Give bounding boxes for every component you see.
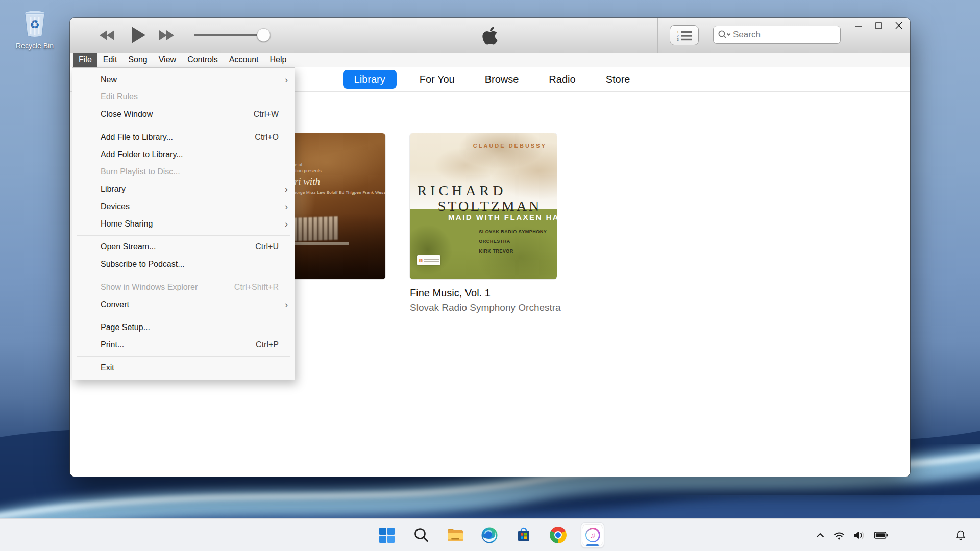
menu-item-close-window[interactable]: Close WindowCtrl+W xyxy=(72,106,295,123)
tab-radio[interactable]: Radio xyxy=(542,70,582,89)
menu-item-home-sharing[interactable]: Home Sharing› xyxy=(72,215,295,233)
tab-library[interactable]: Library xyxy=(343,70,397,89)
menu-item-convert[interactable]: Convert› xyxy=(72,296,295,313)
submenu-chevron-icon: › xyxy=(279,75,288,84)
wifi-icon[interactable] xyxy=(833,530,845,541)
cover-album-banner: MAID WITH FLAXEN HAIR xyxy=(448,213,557,221)
menu-item-new[interactable]: New› xyxy=(72,71,295,88)
maximize-button[interactable] xyxy=(871,19,886,32)
start-icon xyxy=(379,527,395,543)
search-input[interactable] xyxy=(732,29,836,40)
svg-text:3: 3 xyxy=(677,38,679,41)
menu-item-print[interactable]: Print...Ctrl+P xyxy=(72,336,295,354)
titlebar-divider xyxy=(323,18,323,53)
album-artist[interactable]: Slovak Radio Symphony Orchestra xyxy=(410,302,561,313)
menu-item-devices[interactable]: Devices› xyxy=(72,198,295,215)
menu-separator xyxy=(77,276,290,276)
chrome-icon xyxy=(550,527,567,543)
svg-text:1: 1 xyxy=(677,30,679,34)
menu-separator xyxy=(77,316,290,316)
menu-view[interactable]: View xyxy=(153,53,182,67)
up-next-list-button[interactable]: 123 xyxy=(670,25,699,45)
menubar: File Edit Song View Controls Account Hel… xyxy=(70,53,910,67)
cover-performer-first: RICHARD xyxy=(417,183,506,199)
taskbar-search-button[interactable] xyxy=(410,523,432,547)
chrome-button[interactable] xyxy=(547,523,569,547)
album-caption: Fine Music, Vol. 1 Slovak Radio Symphony… xyxy=(410,287,561,313)
close-button[interactable] xyxy=(892,19,906,32)
itunes-icon: ♫ xyxy=(582,524,603,546)
svg-text:2: 2 xyxy=(677,34,679,38)
submenu-chevron-icon: › xyxy=(279,219,288,229)
album-cover-fine-music[interactable]: CLAUDE DEBUSSY RICHARD STOLTZMAN MAID WI… xyxy=(410,133,557,279)
menu-controls[interactable]: Controls xyxy=(182,53,224,67)
recycle-bin-icon: ♻ xyxy=(20,7,50,39)
menu-item-show-in-windows-explorer: Show in Windows ExplorerCtrl+Shift+R xyxy=(72,279,295,296)
list-view-icon: 123 xyxy=(676,29,693,41)
menu-separator xyxy=(77,356,290,357)
menu-help[interactable]: Help xyxy=(264,53,292,67)
menu-item-subscribe-to-podcast[interactable]: Subscribe to Podcast... xyxy=(72,256,295,273)
tab-for-you[interactable]: For You xyxy=(412,70,462,89)
submenu-chevron-icon: › xyxy=(279,300,288,309)
search-icon xyxy=(718,30,732,40)
recycle-bin-label: Recycle Bin xyxy=(11,42,58,50)
menu-item-add-folder-to-library[interactable]: Add Folder to Library... xyxy=(72,146,295,163)
volume-slider-thumb[interactable] xyxy=(257,28,271,42)
tab-store[interactable]: Store xyxy=(599,70,638,89)
menu-item-add-file-to-library[interactable]: Add File to Library...Ctrl+O xyxy=(72,129,295,146)
menu-file[interactable]: File xyxy=(73,53,97,67)
menu-separator xyxy=(77,126,290,126)
cover-composer: CLAUDE DEBUSSY xyxy=(473,143,547,149)
tab-browse[interactable]: Browse xyxy=(478,70,526,89)
file-explorer-icon xyxy=(446,527,464,543)
bell-icon[interactable] xyxy=(954,529,967,541)
search-box[interactable] xyxy=(713,26,841,44)
edge-icon xyxy=(481,527,498,544)
microsoft-store-button[interactable] xyxy=(512,523,535,547)
menu-item-open-stream[interactable]: Open Stream...Ctrl+U xyxy=(72,238,295,256)
tray-chevron-up-icon[interactable] xyxy=(815,530,825,540)
file-menu: New›Edit RulesClose WindowCtrl+WAdd File… xyxy=(72,67,295,380)
menu-item-burn-playlist-to-disc: Burn Playlist to Disc... xyxy=(72,163,295,181)
cover-conductor: KIRK TREVOR xyxy=(479,248,513,254)
menu-item-page-setup[interactable]: Page Setup... xyxy=(72,319,295,336)
microsoft-store-icon xyxy=(515,527,532,544)
submenu-chevron-icon: › xyxy=(279,202,288,211)
recycle-bin[interactable]: ♻ Recycle Bin xyxy=(11,7,58,50)
cover-performer-last: STOLTZMAN xyxy=(438,198,541,214)
taskbar: ♫ xyxy=(0,518,980,551)
itunes-window: 123 xyxy=(70,18,910,477)
rewind-button[interactable] xyxy=(99,30,115,41)
pane-divider xyxy=(223,383,223,477)
desktop: ♻ Recycle Bin xyxy=(0,0,980,551)
submenu-chevron-icon: › xyxy=(279,185,288,194)
menu-separator xyxy=(77,235,290,236)
battery-icon[interactable] xyxy=(874,530,888,540)
menu-account[interactable]: Account xyxy=(224,53,264,67)
start-button[interactable] xyxy=(376,523,398,547)
menu-song[interactable]: Song xyxy=(122,53,153,67)
cover-orchestra: SLOVAK RADIO SYMPHONY ORCHESTRA xyxy=(479,229,547,244)
file-explorer-button[interactable] xyxy=(444,523,467,547)
menu-item-edit-rules: Edit Rules xyxy=(72,88,295,106)
play-button[interactable] xyxy=(131,27,145,43)
menu-item-exit[interactable]: Exit xyxy=(72,359,295,377)
volume-icon[interactable] xyxy=(853,530,866,541)
search-icon xyxy=(413,527,429,543)
apple-logo-icon xyxy=(481,26,499,46)
minimize-button[interactable] xyxy=(851,19,865,32)
active-app-indicator xyxy=(586,544,599,546)
titlebar[interactable]: 123 xyxy=(70,18,910,53)
record-label-logo: n xyxy=(417,255,440,265)
titlebar-divider xyxy=(657,18,658,53)
itunes-button[interactable]: ♫ xyxy=(581,522,604,548)
menu-edit[interactable]: Edit xyxy=(97,53,123,67)
album-title[interactable]: Fine Music, Vol. 1 xyxy=(410,287,561,299)
menu-item-library[interactable]: Library› xyxy=(72,181,295,198)
svg-text:♻: ♻ xyxy=(30,18,40,31)
music-note-icon: ♫ xyxy=(590,531,595,539)
edge-button[interactable] xyxy=(478,523,501,547)
fast-forward-button[interactable] xyxy=(159,30,175,41)
